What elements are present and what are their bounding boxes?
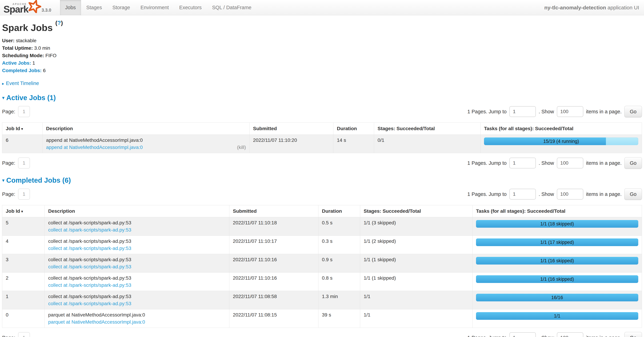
completed-jobs-section-heading[interactable]: ▾Completed Jobs (6) bbox=[2, 176, 642, 184]
column-description[interactable]: Description bbox=[45, 205, 230, 217]
tasks-progress-bar: 1/1 (16 skipped) bbox=[476, 257, 638, 265]
column-tasks[interactable]: Tasks (for all stages): Succeeded/Total bbox=[472, 205, 642, 217]
show-items-input[interactable] bbox=[557, 189, 583, 200]
items-text: items in a page. bbox=[586, 191, 622, 197]
job-stages-cell: 1/1 bbox=[360, 291, 472, 309]
jump-to-input[interactable] bbox=[510, 106, 536, 117]
job-description-link[interactable]: collect at /spark-scripts/spark-ad.py:53 bbox=[48, 246, 131, 251]
column-duration[interactable]: Duration bbox=[334, 123, 374, 135]
items-text: items in a page. bbox=[586, 160, 622, 166]
page-title: Spark Jobs (?) bbox=[2, 22, 642, 33]
pagination-row: Page: 1 Pages. Jump to . Show items in a… bbox=[2, 188, 642, 200]
tab-jobs[interactable]: Jobs bbox=[60, 0, 81, 15]
job-description-text: collect at /spark-scripts/spark-ad.py:53 bbox=[48, 275, 226, 281]
items-text: items in a page. bbox=[586, 109, 622, 114]
spark-star-icon bbox=[28, 0, 41, 13]
job-id-cell: 0 bbox=[2, 309, 45, 328]
tasks-progress-label: 1/1 bbox=[476, 312, 638, 320]
tasks-progress-label: 1/1 (18 skipped) bbox=[476, 220, 638, 228]
pages-text: 1 Pages. Jump to bbox=[467, 191, 506, 197]
job-tasks-cell: 1/1 (16 skipped) bbox=[472, 273, 642, 291]
jump-to-input[interactable] bbox=[510, 189, 536, 200]
column-stages[interactable]: Stages: Succeeded/Total bbox=[374, 123, 480, 135]
show-items-input[interactable] bbox=[557, 332, 583, 337]
column-tasks[interactable]: Tasks (for all stages): Succeeded/Total bbox=[480, 123, 642, 135]
job-row: 3 collect at /spark-scripts/spark-ad.py:… bbox=[2, 254, 642, 273]
pagination-controls: 1 Pages. Jump to . Show items in a page.… bbox=[467, 157, 642, 169]
job-submitted-cell: 2022/11/07 11:08:58 bbox=[230, 291, 318, 309]
job-duration-cell: 0.3 s bbox=[318, 236, 360, 254]
tab-stages[interactable]: Stages bbox=[81, 0, 107, 15]
spark-logo: APACHE Spark 3.3.0 bbox=[2, 0, 54, 15]
page-number-input[interactable] bbox=[18, 106, 30, 117]
spark-wordmark: Spark bbox=[4, 4, 28, 14]
jump-to-input[interactable] bbox=[510, 158, 536, 168]
job-stages-cell: 1/1 (3 skipped) bbox=[360, 217, 472, 236]
job-id-cell: 2 bbox=[2, 273, 45, 291]
job-id-cell: 5 bbox=[2, 217, 45, 236]
pages-text: 1 Pages. Jump to bbox=[467, 160, 506, 166]
show-items-input[interactable] bbox=[557, 106, 583, 117]
job-description-link[interactable]: append at NativeMethodAccessorImpl.java:… bbox=[46, 145, 143, 150]
job-stages-cell: 1/1 (1 skipped) bbox=[360, 254, 472, 273]
jump-to-input[interactable] bbox=[510, 332, 536, 337]
job-id-cell: 1 bbox=[2, 291, 45, 309]
column-stages[interactable]: Stages: Succeeded/Total bbox=[360, 205, 472, 217]
tasks-progress-bar: 1/1 (17 skipped) bbox=[476, 239, 638, 246]
job-description-link[interactable]: collect at /spark-scripts/spark-ad.py:53 bbox=[48, 264, 131, 270]
job-id-cell: 4 bbox=[2, 236, 45, 254]
pagination-controls: 1 Pages. Jump to . Show items in a page.… bbox=[467, 188, 642, 200]
page-number-input[interactable] bbox=[18, 157, 30, 169]
job-description-text: append at NativeMethodAccessorImpl.java:… bbox=[46, 137, 246, 143]
page-number-input[interactable] bbox=[18, 189, 30, 200]
column-job-id[interactable]: Job Id▾ bbox=[2, 205, 45, 217]
go-button[interactable]: Go bbox=[624, 106, 642, 117]
tab-environment[interactable]: Environment bbox=[135, 0, 174, 15]
column-submitted[interactable]: Submitted bbox=[230, 205, 318, 217]
collapse-arrow-icon: ▾ bbox=[2, 95, 4, 100]
tab-storage[interactable]: Storage bbox=[107, 0, 135, 15]
column-submitted[interactable]: Submitted bbox=[250, 123, 334, 135]
job-row: 0 parquet at NativeMethodAccessorImpl.ja… bbox=[2, 309, 642, 328]
go-button[interactable]: Go bbox=[624, 188, 642, 200]
kill-link[interactable]: (kill) bbox=[237, 145, 246, 150]
event-timeline-toggle[interactable]: ▸Event Timeline bbox=[2, 80, 642, 86]
job-duration-cell: 0.8 s bbox=[318, 273, 360, 291]
job-duration-cell: 0.5 s bbox=[318, 217, 360, 236]
job-duration-cell: 39 s bbox=[318, 309, 360, 328]
job-description-link[interactable]: collect at /spark-scripts/spark-ad.py:53 bbox=[48, 301, 131, 307]
active-jobs-link[interactable]: Active Jobs: bbox=[2, 60, 31, 66]
tab-sql-dataframe[interactable]: SQL / DataFrame bbox=[207, 0, 257, 15]
job-description-link[interactable]: parquet at NativeMethodAccessorImpl.java… bbox=[48, 319, 145, 325]
show-text: . Show bbox=[538, 160, 554, 166]
job-row: 4 collect at /spark-scripts/spark-ad.py:… bbox=[2, 236, 642, 254]
tab-executors[interactable]: Executors bbox=[174, 0, 207, 15]
go-button[interactable]: Go bbox=[624, 157, 642, 169]
show-items-input[interactable] bbox=[557, 158, 583, 168]
job-row: 2 collect at /spark-scripts/spark-ad.py:… bbox=[2, 273, 642, 291]
help-link[interactable]: ? bbox=[57, 19, 61, 26]
page-number-input[interactable] bbox=[18, 332, 30, 337]
job-submitted-cell: 2022/11/07 11:10:16 bbox=[230, 273, 318, 291]
job-description-cell: append at NativeMethodAccessorImpl.java:… bbox=[42, 135, 250, 153]
column-description[interactable]: Description bbox=[42, 123, 250, 135]
job-description-link[interactable]: collect at /spark-scripts/spark-ad.py:53 bbox=[48, 283, 131, 288]
job-description-link[interactable]: collect at /spark-scripts/spark-ad.py:53 bbox=[48, 227, 131, 233]
column-duration[interactable]: Duration bbox=[318, 205, 360, 217]
job-submitted-cell: 2022/11/07 11:10:20 bbox=[250, 135, 334, 153]
completed-jobs-link[interactable]: Completed Jobs: bbox=[2, 68, 42, 73]
summary-uptime: Total Uptime: 3.0 min bbox=[2, 44, 642, 52]
job-description-text: collect at /spark-scripts/spark-ad.py:53 bbox=[48, 257, 226, 263]
job-description-cell: collect at /spark-scripts/spark-ad.py:53… bbox=[45, 273, 230, 291]
job-description-cell: collect at /spark-scripts/spark-ad.py:53… bbox=[45, 254, 230, 273]
go-button[interactable]: Go bbox=[624, 332, 642, 337]
completed-jobs-table: Job Id▾ Description Submitted Duration S… bbox=[2, 205, 642, 328]
job-id-cell: 3 bbox=[2, 254, 45, 273]
tasks-progress-bar: 1/1 (16 skipped) bbox=[476, 275, 638, 283]
job-duration-cell: 1.3 min bbox=[318, 291, 360, 309]
active-jobs-section-heading[interactable]: ▾Active Jobs (1) bbox=[2, 94, 642, 102]
expand-arrow-icon: ▸ bbox=[2, 81, 4, 86]
column-job-id[interactable]: Job Id▾ bbox=[2, 123, 42, 135]
job-description-cell: collect at /spark-scripts/spark-ad.py:53… bbox=[45, 236, 230, 254]
job-tasks-cell: 1/1 (16 skipped) bbox=[472, 254, 642, 273]
